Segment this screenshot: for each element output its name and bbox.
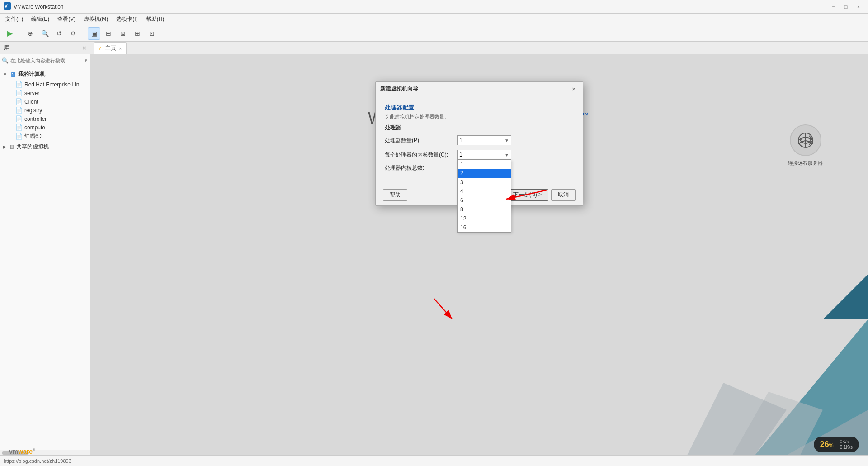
- shared-vms-icon: 🖥: [9, 144, 14, 150]
- toolbar-btn-1[interactable]: ⊕: [24, 27, 37, 40]
- vm-icon: 📄: [15, 98, 23, 105]
- option-2[interactable]: 2: [458, 169, 511, 178]
- toolbar-view-btn-5[interactable]: ⊡: [146, 27, 158, 40]
- vm-name-registry: registry: [24, 107, 42, 114]
- toolbar-sep-2: [84, 29, 84, 38]
- stats-widget: 26% 0K/s 0.1K/s: [814, 437, 859, 452]
- cores-dropdown-list: 1 2 3 4 6 8 12 16: [457, 160, 511, 233]
- play-button[interactable]: ▶: [4, 27, 16, 40]
- cpu-percent: 26%: [820, 440, 834, 449]
- sidebar-item-shared-vms[interactable]: ▶ 🖥 共享的虚拟机: [0, 141, 90, 152]
- search-icon: 🔍: [2, 57, 9, 64]
- vm-name-client: Client: [24, 99, 38, 105]
- processor-count-select[interactable]: 1 ▼: [457, 135, 511, 145]
- dialog-section-subtitle: 为此虚拟机指定处理器数量。: [385, 114, 574, 120]
- cores-per-processor-label: 每个处理器的内核数量(C):: [385, 151, 457, 159]
- sidebar-header: 库 ×: [0, 42, 90, 54]
- option-8[interactable]: 8: [458, 205, 511, 214]
- computer-icon: 🖥: [10, 71, 16, 78]
- dialog-overlay: 新建虚拟机向导 × 处理器配置 为此虚拟机指定处理器数量。 处理器 处理器数量(…: [90, 54, 868, 455]
- search-input[interactable]: [10, 58, 82, 63]
- toolbar-sep-1: [20, 29, 20, 38]
- titlebar-text: VMware Workstation: [14, 4, 827, 10]
- my-computer-label: 我的计算机: [18, 71, 45, 78]
- tab-home[interactable]: ⌂ 主页 ×: [94, 42, 127, 54]
- toolbar-view-btn-4[interactable]: ⊞: [131, 27, 144, 40]
- option-1[interactable]: 1: [458, 160, 511, 169]
- menu-view[interactable]: 查看(V): [54, 14, 79, 24]
- toolbar-btn-3[interactable]: ↺: [53, 27, 66, 40]
- vm-name-compute: compute: [24, 124, 45, 131]
- dialog-separator-label: 处理器: [385, 124, 404, 131]
- close-button[interactable]: ×: [853, 2, 864, 11]
- cores-per-processor-value: 1: [459, 152, 462, 158]
- sidebar-tree: ▼ 🖥 我的计算机 📄 Red Hat Enterprise Lin... 📄 …: [0, 67, 90, 450]
- toolbar-btn-2[interactable]: 🔍: [38, 27, 51, 40]
- cpu-percent-value: 26: [820, 440, 829, 449]
- sidebar-item-registry[interactable]: 📄 registry: [0, 106, 90, 114]
- menu-tabs[interactable]: 选项卡(I): [113, 14, 141, 24]
- vm-icon: 📄: [15, 107, 23, 114]
- dialog-close-button[interactable]: ×: [569, 85, 578, 94]
- svg-text:V: V: [5, 4, 8, 9]
- sidebar-item-compute[interactable]: 📄 compute: [0, 123, 90, 132]
- cores-per-processor-control: 1 ▼ 1 2 3 4 6 8: [457, 150, 574, 160]
- vm-icon: 📄: [15, 115, 23, 122]
- vm-name-rhel: Red Hat Enterprise Lin...: [24, 81, 84, 88]
- sidebar-close-button[interactable]: ×: [83, 44, 86, 52]
- statusbar: https://blog.csdn.net/zh119893: [0, 455, 868, 466]
- dialog-body: 处理器配置 为此虚拟机指定处理器数量。 处理器 处理器数量(P): 1 ▼: [376, 96, 583, 184]
- cores-per-processor-select[interactable]: 1 ▼: [457, 150, 511, 160]
- sidebar-item-redhat[interactable]: 📄 红帽6.3: [0, 132, 90, 141]
- sidebar-item-server[interactable]: 📄 server: [0, 89, 90, 97]
- toolbar-btn-4[interactable]: ⟳: [67, 27, 80, 40]
- option-16[interactable]: 16: [458, 223, 511, 232]
- main-layout: 库 × 🔍 ▼ ▼ 🖥 我的计算机 📄 Red Hat Enterprise L…: [0, 42, 868, 455]
- vmware-logo-tm: ®: [33, 448, 35, 452]
- sidebar: 库 × 🔍 ▼ ▼ 🖥 我的计算机 📄 Red Hat Enterprise L…: [0, 42, 90, 455]
- sidebar-item-controller[interactable]: 📄 controller: [0, 114, 90, 123]
- dialog-title: 新建虚拟机向导: [380, 85, 569, 93]
- vm-icon: 📄: [15, 124, 23, 131]
- tab-close-button[interactable]: ×: [119, 46, 122, 51]
- vm-icon: 📄: [15, 133, 23, 140]
- next-button[interactable]: 下一步(N) >: [506, 189, 548, 201]
- expand-icon: ▶: [3, 144, 9, 149]
- menu-edit[interactable]: 编辑(E): [28, 14, 53, 24]
- expand-icon: ▼: [3, 72, 9, 77]
- window-controls: － □ ×: [827, 2, 864, 11]
- sidebar-item-client[interactable]: 📄 Client: [0, 97, 90, 106]
- maximize-button[interactable]: □: [840, 2, 852, 11]
- cancel-button[interactable]: 取消: [551, 189, 576, 201]
- option-6[interactable]: 6: [458, 196, 511, 205]
- toolbar-view-btn-3[interactable]: ⊠: [117, 27, 129, 40]
- menu-vm[interactable]: 虚拟机(M): [80, 14, 112, 24]
- option-4[interactable]: 4: [458, 187, 511, 196]
- toolbar-view-btn-1[interactable]: ▣: [88, 27, 100, 40]
- processor-count-value: 1: [459, 137, 462, 143]
- cpu-percent-unit: %: [829, 442, 834, 448]
- sidebar-item-rhel[interactable]: 📄 Red Hat Enterprise Lin...: [0, 80, 90, 89]
- net-up: 0K/s: [840, 439, 853, 444]
- content-main: WORKSTATION 14 PRO™ 连接远程服务器: [90, 54, 868, 455]
- dialog-separator: 处理器: [385, 128, 574, 128]
- minimize-button[interactable]: －: [827, 2, 839, 11]
- sidebar-title: 库: [4, 44, 9, 52]
- processor-count-label: 处理器数量(P):: [385, 137, 457, 144]
- help-button[interactable]: 帮助: [383, 189, 407, 201]
- toolbar-view-btn-2[interactable]: ⊟: [102, 27, 115, 40]
- sidebar-item-my-computer[interactable]: ▼ 🖥 我的计算机: [0, 69, 90, 80]
- menubar: 文件(F) 编辑(E) 查看(V) 虚拟机(M) 选项卡(I) 帮助(H): [0, 14, 868, 25]
- cores-per-processor-row: 每个处理器的内核数量(C): 1 ▼ 1 2 3: [385, 150, 574, 160]
- menu-help[interactable]: 帮助(H): [142, 14, 168, 24]
- menu-file[interactable]: 文件(F): [2, 14, 27, 24]
- new-vm-dialog: 新建虚拟机向导 × 处理器配置 为此虚拟机指定处理器数量。 处理器 处理器数量(…: [375, 81, 583, 206]
- search-dropdown-arrow[interactable]: ▼: [84, 58, 88, 63]
- net-down: 0.1K/s: [840, 445, 853, 450]
- vmware-logo: vmware®: [9, 448, 35, 455]
- processor-count-row: 处理器数量(P): 1 ▼: [385, 135, 574, 145]
- option-12[interactable]: 12: [458, 214, 511, 223]
- option-3[interactable]: 3: [458, 178, 511, 187]
- vm-name-controller: controller: [24, 116, 47, 122]
- tab-home-label: 主页: [105, 44, 116, 52]
